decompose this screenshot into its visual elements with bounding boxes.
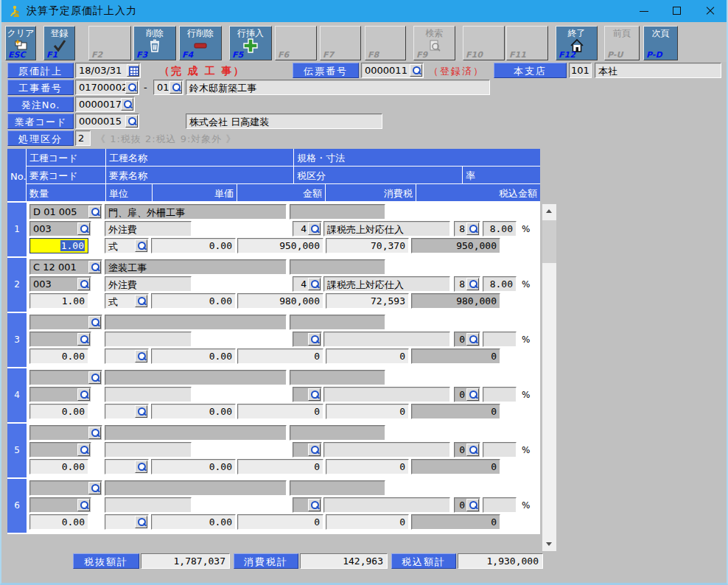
lookup-icon[interactable] — [125, 81, 138, 94]
amount-field[interactable]: 0 — [237, 348, 323, 364]
elem-code-field[interactable] — [29, 332, 91, 347]
lookup-icon[interactable] — [466, 333, 479, 346]
lookup-icon[interactable] — [308, 388, 321, 401]
rate-code-field[interactable]: 0 — [454, 442, 480, 458]
tax-amount-field[interactable]: 0 — [326, 404, 409, 419]
tax-code-field[interactable] — [293, 387, 322, 402]
close-button[interactable] — [693, 0, 727, 22]
tax-code-field[interactable] — [293, 442, 322, 458]
tax-amount-field[interactable]: 0 — [326, 348, 409, 364]
qty-field[interactable]: 0.00 — [29, 348, 88, 364]
kind-code-field[interactable] — [29, 480, 102, 496]
unit-price-field[interactable]: 0.00 — [151, 293, 236, 309]
maximize-button[interactable] — [660, 0, 693, 22]
lookup-icon[interactable] — [77, 444, 90, 456]
lookup-icon[interactable] — [88, 261, 101, 273]
elem-code-field[interactable] — [29, 497, 91, 513]
lookup-icon[interactable] — [466, 444, 479, 456]
lookup-icon[interactable] — [466, 499, 479, 511]
unit-field[interactable] — [105, 404, 149, 419]
kind-code-field[interactable] — [29, 425, 102, 441]
unit-field[interactable] — [105, 348, 149, 364]
order-no-field[interactable]: 0000017 — [75, 97, 135, 112]
qty-field[interactable]: 1.00 — [29, 238, 88, 253]
amount-field[interactable]: 0 — [237, 514, 323, 530]
lookup-icon[interactable] — [308, 223, 321, 235]
unit-field[interactable] — [105, 459, 149, 474]
unit-field[interactable]: 式 — [105, 293, 149, 309]
delete-button[interactable]: 削除 F3 — [133, 26, 176, 60]
lookup-icon[interactable] — [169, 81, 182, 94]
calendar-icon[interactable] — [127, 64, 139, 77]
lookup-icon[interactable] — [77, 223, 90, 235]
lookup-icon[interactable] — [308, 499, 321, 511]
rate-code-field[interactable]: 0 — [454, 387, 480, 402]
tax-amount-field[interactable]: 72,593 — [326, 293, 409, 309]
lookup-icon[interactable] — [466, 278, 479, 290]
lookup-icon[interactable] — [308, 444, 321, 456]
lookup-icon[interactable] — [135, 405, 147, 418]
lookup-icon[interactable] — [88, 427, 101, 439]
lookup-icon[interactable] — [121, 98, 133, 111]
row-delete-button[interactable]: 行削除 F4 — [179, 26, 222, 60]
amount-field[interactable]: 0 — [237, 404, 323, 419]
unit-price-field[interactable]: 0.00 — [151, 459, 236, 474]
amount-field[interactable]: 950,000 — [237, 238, 323, 253]
qty-field[interactable]: 0.00 — [29, 404, 88, 419]
register-button[interactable]: 登録 F1 — [43, 26, 75, 60]
lookup-icon[interactable] — [135, 460, 147, 473]
unit-price-field[interactable]: 0.00 — [151, 238, 236, 253]
lookup-icon[interactable] — [135, 516, 147, 528]
qty-field[interactable]: 0.00 — [29, 459, 88, 474]
lookup-icon[interactable] — [135, 350, 147, 362]
search-button[interactable]: 検索 F9 — [413, 26, 455, 60]
f10-button[interactable]: F10 — [463, 26, 505, 60]
vertical-scrollbar[interactable] — [542, 204, 556, 551]
process-div-field[interactable]: 2 — [75, 130, 91, 146]
scroll-up-icon[interactable] — [542, 204, 556, 218]
lookup-icon[interactable] — [88, 482, 101, 494]
rate-code-field[interactable]: 0 — [454, 332, 480, 347]
tax-code-field[interactable]: 4 — [293, 276, 322, 292]
tax-amount-field[interactable]: 0 — [326, 514, 409, 530]
lookup-icon[interactable] — [88, 206, 101, 218]
kind-code-field[interactable]: D 01 005 — [29, 204, 102, 220]
amount-field[interactable]: 980,000 — [237, 293, 323, 309]
slip-no-field[interactable]: 0000011 — [361, 63, 424, 78]
rate-code-field[interactable]: 0 — [454, 497, 480, 513]
lookup-icon[interactable] — [135, 239, 147, 252]
amount-field[interactable]: 0 — [237, 459, 323, 474]
tax-code-field[interactable] — [293, 497, 322, 513]
clear-button[interactable]: クリア ESC — [5, 26, 36, 60]
unit-price-field[interactable]: 0.00 — [151, 514, 236, 530]
qty-field[interactable]: 1.00 — [29, 293, 88, 309]
f7-button[interactable]: F7 — [320, 26, 361, 60]
lookup-icon[interactable] — [466, 388, 479, 401]
lookup-icon[interactable] — [410, 64, 422, 77]
elem-code-field[interactable]: 003 — [29, 276, 91, 292]
lookup-icon[interactable] — [125, 115, 138, 127]
qty-field[interactable]: 0.00 — [29, 514, 88, 530]
unit-field[interactable]: 式 — [105, 238, 149, 253]
prev-page-button[interactable]: 前頁 P-U — [604, 26, 640, 60]
next-page-button[interactable]: 次頁 P-D — [643, 26, 678, 60]
unit-field[interactable] — [105, 514, 149, 530]
scrollbar-thumb[interactable] — [542, 220, 556, 263]
tax-code-field[interactable] — [293, 332, 322, 347]
lookup-icon[interactable] — [77, 278, 90, 290]
lookup-icon[interactable] — [77, 388, 90, 401]
scroll-down-icon[interactable] — [542, 537, 556, 551]
project-sub-no-field[interactable]: 01 — [153, 80, 183, 95]
kind-code-field[interactable] — [29, 370, 102, 385]
rate-code-field[interactable]: 8 — [454, 276, 480, 292]
lookup-icon[interactable] — [77, 499, 90, 511]
elem-code-field[interactable] — [29, 387, 91, 402]
unit-price-field[interactable]: 0.00 — [151, 348, 236, 364]
elem-code-field[interactable]: 003 — [29, 221, 91, 237]
cost-date-field[interactable]: 18/03/31 — [75, 63, 141, 78]
kind-code-field[interactable]: C 12 001 — [29, 259, 102, 275]
exit-button[interactable]: 終了 F12 — [556, 26, 598, 60]
f2-button[interactable]: F2 — [88, 26, 131, 60]
f11-button[interactable]: F11 — [506, 26, 548, 60]
lookup-icon[interactable] — [466, 223, 479, 235]
